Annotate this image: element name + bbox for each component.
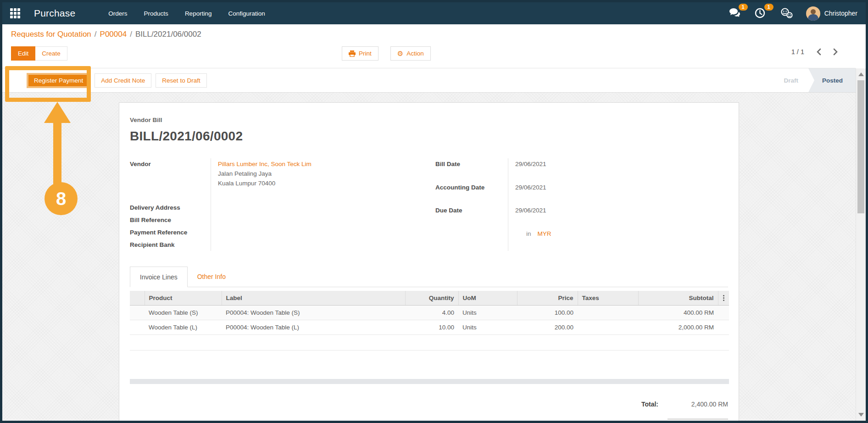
accounting-date-label: Accounting Date <box>435 182 508 205</box>
breadcrumb-current: BILL/2021/06/0002 <box>135 30 201 39</box>
menu-configuration[interactable]: Configuration <box>228 7 265 20</box>
cell-taxes[interactable] <box>578 320 638 335</box>
price-column-header[interactable]: Price <box>517 291 578 306</box>
cell-label[interactable]: P00004: Wooden Table (L) <box>222 320 405 335</box>
accounting-date-value: 29/06/2021 <box>508 182 728 205</box>
printer-icon <box>349 50 356 57</box>
top-menu: Orders Products Reporting Configuration <box>108 7 265 20</box>
total-value: 2,400.00 RM <box>658 401 728 408</box>
print-label: Print <box>359 50 372 57</box>
scroll-up-icon[interactable] <box>858 72 864 76</box>
currency-note: inMYR <box>508 228 728 251</box>
delivery-address-value <box>211 202 423 214</box>
document-type-label: Vendor Bill <box>130 117 728 123</box>
document-number: BILL/2021/06/0002 <box>130 129 728 144</box>
emoji-status-icon[interactable] <box>780 8 792 19</box>
vendor-bill-sheet: Vendor Bill BILL/2021/06/0002 Vendor Pil… <box>119 102 739 423</box>
totals-section: Total: 2,400.00 RM Amount Due: 2,400.00 … <box>130 401 728 423</box>
row-handle[interactable] <box>130 320 145 335</box>
due-date-label: Due Date <box>435 205 508 228</box>
scroll-down-icon[interactable] <box>858 413 864 417</box>
scrollbar-thumb[interactable] <box>857 80 864 213</box>
tab-other-info[interactable]: Other Info <box>188 267 235 287</box>
pager-previous-icon[interactable] <box>816 48 821 56</box>
statusbar: Register Payment Add Credit Note Reset t… <box>2 68 856 93</box>
optional-columns-header[interactable] <box>718 291 729 306</box>
cell-quantity[interactable]: 10.00 <box>405 320 458 335</box>
vendor-address-line2: Kuala Lumpur 70400 <box>218 180 275 187</box>
amount-due-row: Amount Due: 2,400.00 RM <box>130 419 728 423</box>
bill-date-label: Bill Date <box>435 158 508 182</box>
control-panel-center: Print ⚙ Action <box>342 46 431 61</box>
payment-reference-label: Payment Reference <box>130 227 211 239</box>
quantity-column-header[interactable]: Quantity <box>405 291 458 306</box>
menu-products[interactable]: Products <box>144 7 168 20</box>
edit-button[interactable]: Edit <box>11 46 35 61</box>
menu-orders[interactable]: Orders <box>108 7 127 20</box>
delivery-address-label: Delivery Address <box>130 202 211 214</box>
breadcrumb-separator: / <box>130 30 132 39</box>
app-window: Purchase Orders Products Reporting Confi… <box>0 0 868 423</box>
table-header-row: Product Label Quantity UoM Price Taxes S… <box>130 291 729 306</box>
bill-date-value: 29/06/2021 <box>508 158 728 182</box>
cell-product[interactable]: Wooden Table (S) <box>145 306 222 320</box>
cell-price[interactable]: 200.00 <box>517 320 578 335</box>
pager: 1 / 1 <box>791 48 838 56</box>
total-label: Total: <box>641 401 658 408</box>
vendor-value: Pillars Lumber Inc, Soon Teck Lim Jalan … <box>211 158 423 190</box>
cell-subtotal[interactable]: 400.00 RM <box>638 306 718 320</box>
cell-quantity[interactable]: 4.00 <box>405 306 458 320</box>
breadcrumb-rfq-link[interactable]: Requests for Quotation <box>11 30 91 39</box>
status-draft[interactable]: Draft <box>771 68 808 92</box>
cell-subtotal[interactable]: 2,000.00 RM <box>638 320 718 335</box>
print-button[interactable]: Print <box>342 46 378 61</box>
cell-taxes[interactable] <box>578 306 638 320</box>
invoice-lines-table: Product Label Quantity UoM Price Taxes S… <box>130 291 729 351</box>
breadcrumb-po-link[interactable]: P00004 <box>100 30 127 39</box>
menu-reporting[interactable]: Reporting <box>185 7 212 20</box>
apps-grid-icon[interactable] <box>10 8 20 18</box>
currency-link[interactable]: MYR <box>538 230 551 237</box>
reset-to-draft-button[interactable]: Reset to Draft <box>156 73 206 88</box>
cell-label[interactable]: P00004: Wooden Table (S) <box>222 306 405 320</box>
field-groups: Vendor Pillars Lumber Inc, Soon Teck Lim… <box>130 158 728 251</box>
create-button[interactable]: Create <box>35 46 67 61</box>
pager-value: 1 / 1 <box>791 48 804 56</box>
product-column-header[interactable]: Product <box>145 291 222 306</box>
cell-uom[interactable]: Units <box>458 306 517 320</box>
activities-icon[interactable]: 1 <box>755 8 767 19</box>
register-payment-button[interactable]: Register Payment <box>27 73 90 88</box>
left-field-group: Vendor Pillars Lumber Inc, Soon Teck Lim… <box>130 158 423 251</box>
app-name[interactable]: Purchase <box>34 8 75 19</box>
user-avatar <box>806 6 820 21</box>
status-widget: Draft Posted <box>771 68 856 92</box>
uom-column-header[interactable]: UoM <box>458 291 517 306</box>
top-navbar: Purchase Orders Products Reporting Confi… <box>2 2 866 24</box>
pager-next-icon[interactable] <box>833 48 838 56</box>
due-date-value: 29/06/2021 <box>508 205 728 228</box>
label-column-header[interactable]: Label <box>222 291 405 306</box>
cell-price[interactable]: 100.00 <box>517 306 578 320</box>
payment-reference-value <box>211 227 423 239</box>
recipient-bank-value <box>211 239 423 251</box>
subtotal-column-header[interactable]: Subtotal <box>638 291 718 306</box>
recipient-bank-label: Recipient Bank <box>130 239 211 251</box>
cell-uom[interactable]: Units <box>458 320 517 335</box>
bill-reference-value <box>211 214 423 227</box>
cell-product[interactable]: Wooden Table (L) <box>145 320 222 335</box>
tab-invoice-lines[interactable]: Invoice Lines <box>130 267 188 287</box>
user-menu[interactable]: Christopher <box>806 6 857 21</box>
status-posted[interactable]: Posted <box>808 68 856 92</box>
action-button[interactable]: ⚙ Action <box>390 46 431 61</box>
table-row[interactable]: Wooden Table (L) P00004: Wooden Table (L… <box>130 320 729 335</box>
messages-icon[interactable]: 1 <box>729 8 741 19</box>
add-credit-note-button[interactable]: Add Credit Note <box>95 73 151 88</box>
horizontal-scrollbar[interactable] <box>130 379 729 384</box>
column-options-icon[interactable] <box>723 295 725 301</box>
vertical-scrollbar[interactable] <box>856 68 866 421</box>
vendor-link[interactable]: Pillars Lumber Inc, Soon Teck Lim <box>218 161 312 167</box>
table-row[interactable]: Wooden Table (S) P00004: Wooden Table (S… <box>130 306 729 320</box>
row-handle[interactable] <box>130 306 145 320</box>
taxes-column-header[interactable]: Taxes <box>578 291 638 306</box>
gear-icon: ⚙ <box>397 50 403 57</box>
